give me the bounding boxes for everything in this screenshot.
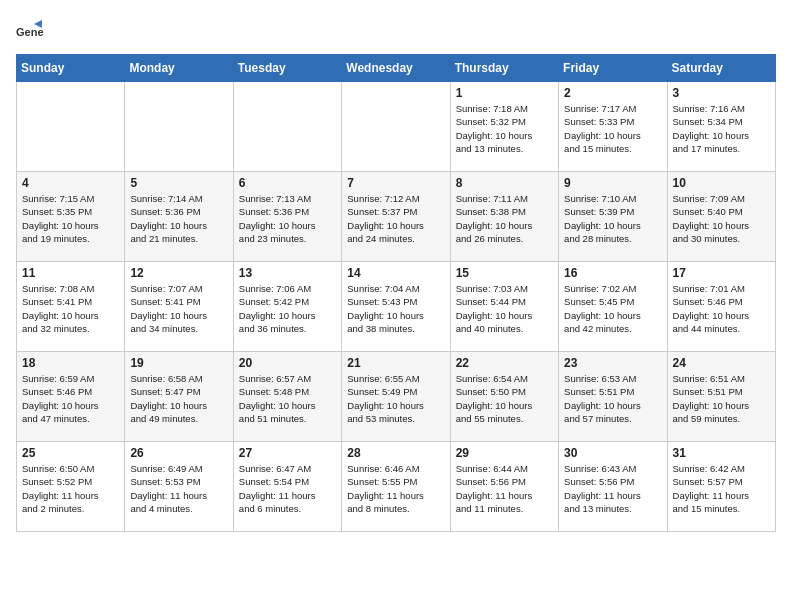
calendar-cell: 3Sunrise: 7:16 AM Sunset: 5:34 PM Daylig… [667,82,775,172]
day-number: 11 [22,266,119,280]
day-number: 29 [456,446,553,460]
header-day-thursday: Thursday [450,55,558,82]
calendar-cell: 30Sunrise: 6:43 AM Sunset: 5:56 PM Dayli… [559,442,667,532]
day-info: Sunrise: 6:59 AM Sunset: 5:46 PM Dayligh… [22,372,119,425]
day-number: 21 [347,356,444,370]
calendar-cell [233,82,341,172]
header-day-saturday: Saturday [667,55,775,82]
calendar-cell: 11Sunrise: 7:08 AM Sunset: 5:41 PM Dayli… [17,262,125,352]
calendar-cell: 26Sunrise: 6:49 AM Sunset: 5:53 PM Dayli… [125,442,233,532]
day-number: 9 [564,176,661,190]
day-number: 27 [239,446,336,460]
day-info: Sunrise: 7:06 AM Sunset: 5:42 PM Dayligh… [239,282,336,335]
day-info: Sunrise: 6:43 AM Sunset: 5:56 PM Dayligh… [564,462,661,515]
calendar-cell: 22Sunrise: 6:54 AM Sunset: 5:50 PM Dayli… [450,352,558,442]
calendar-cell: 6Sunrise: 7:13 AM Sunset: 5:36 PM Daylig… [233,172,341,262]
day-number: 18 [22,356,119,370]
day-info: Sunrise: 6:44 AM Sunset: 5:56 PM Dayligh… [456,462,553,515]
header-day-monday: Monday [125,55,233,82]
day-info: Sunrise: 6:47 AM Sunset: 5:54 PM Dayligh… [239,462,336,515]
day-number: 4 [22,176,119,190]
day-info: Sunrise: 6:58 AM Sunset: 5:47 PM Dayligh… [130,372,227,425]
day-info: Sunrise: 7:14 AM Sunset: 5:36 PM Dayligh… [130,192,227,245]
calendar-cell: 12Sunrise: 7:07 AM Sunset: 5:41 PM Dayli… [125,262,233,352]
header-day-sunday: Sunday [17,55,125,82]
calendar-cell: 17Sunrise: 7:01 AM Sunset: 5:46 PM Dayli… [667,262,775,352]
day-number: 17 [673,266,770,280]
day-info: Sunrise: 7:18 AM Sunset: 5:32 PM Dayligh… [456,102,553,155]
day-info: Sunrise: 7:13 AM Sunset: 5:36 PM Dayligh… [239,192,336,245]
calendar-cell: 18Sunrise: 6:59 AM Sunset: 5:46 PM Dayli… [17,352,125,442]
day-number: 7 [347,176,444,190]
day-number: 20 [239,356,336,370]
calendar-cell [17,82,125,172]
day-number: 13 [239,266,336,280]
calendar-week-row: 18Sunrise: 6:59 AM Sunset: 5:46 PM Dayli… [17,352,776,442]
day-number: 10 [673,176,770,190]
calendar-cell: 21Sunrise: 6:55 AM Sunset: 5:49 PM Dayli… [342,352,450,442]
day-number: 30 [564,446,661,460]
day-number: 6 [239,176,336,190]
calendar-cell: 5Sunrise: 7:14 AM Sunset: 5:36 PM Daylig… [125,172,233,262]
calendar-cell: 14Sunrise: 7:04 AM Sunset: 5:43 PM Dayli… [342,262,450,352]
svg-text:General: General [16,26,44,38]
day-number: 26 [130,446,227,460]
calendar-cell: 15Sunrise: 7:03 AM Sunset: 5:44 PM Dayli… [450,262,558,352]
calendar-cell: 28Sunrise: 6:46 AM Sunset: 5:55 PM Dayli… [342,442,450,532]
day-number: 2 [564,86,661,100]
day-info: Sunrise: 7:07 AM Sunset: 5:41 PM Dayligh… [130,282,227,335]
calendar-week-row: 1Sunrise: 7:18 AM Sunset: 5:32 PM Daylig… [17,82,776,172]
day-number: 5 [130,176,227,190]
logo: General [16,16,48,44]
calendar-cell: 4Sunrise: 7:15 AM Sunset: 5:35 PM Daylig… [17,172,125,262]
header-day-tuesday: Tuesday [233,55,341,82]
calendar-cell [342,82,450,172]
day-number: 24 [673,356,770,370]
day-number: 16 [564,266,661,280]
day-number: 19 [130,356,227,370]
calendar-cell: 27Sunrise: 6:47 AM Sunset: 5:54 PM Dayli… [233,442,341,532]
calendar-cell: 25Sunrise: 6:50 AM Sunset: 5:52 PM Dayli… [17,442,125,532]
calendar-cell: 2Sunrise: 7:17 AM Sunset: 5:33 PM Daylig… [559,82,667,172]
logo-icon: General [16,16,44,44]
day-info: Sunrise: 6:50 AM Sunset: 5:52 PM Dayligh… [22,462,119,515]
day-info: Sunrise: 7:02 AM Sunset: 5:45 PM Dayligh… [564,282,661,335]
day-number: 23 [564,356,661,370]
calendar-cell: 8Sunrise: 7:11 AM Sunset: 5:38 PM Daylig… [450,172,558,262]
day-info: Sunrise: 6:55 AM Sunset: 5:49 PM Dayligh… [347,372,444,425]
header-day-wednesday: Wednesday [342,55,450,82]
calendar-cell: 1Sunrise: 7:18 AM Sunset: 5:32 PM Daylig… [450,82,558,172]
calendar-cell: 10Sunrise: 7:09 AM Sunset: 5:40 PM Dayli… [667,172,775,262]
calendar-cell: 13Sunrise: 7:06 AM Sunset: 5:42 PM Dayli… [233,262,341,352]
calendar-cell: 7Sunrise: 7:12 AM Sunset: 5:37 PM Daylig… [342,172,450,262]
day-info: Sunrise: 7:16 AM Sunset: 5:34 PM Dayligh… [673,102,770,155]
day-info: Sunrise: 7:12 AM Sunset: 5:37 PM Dayligh… [347,192,444,245]
day-info: Sunrise: 7:15 AM Sunset: 5:35 PM Dayligh… [22,192,119,245]
day-number: 15 [456,266,553,280]
calendar-cell: 31Sunrise: 6:42 AM Sunset: 5:57 PM Dayli… [667,442,775,532]
day-info: Sunrise: 6:57 AM Sunset: 5:48 PM Dayligh… [239,372,336,425]
day-number: 14 [347,266,444,280]
calendar-week-row: 4Sunrise: 7:15 AM Sunset: 5:35 PM Daylig… [17,172,776,262]
day-info: Sunrise: 6:49 AM Sunset: 5:53 PM Dayligh… [130,462,227,515]
day-info: Sunrise: 7:09 AM Sunset: 5:40 PM Dayligh… [673,192,770,245]
day-number: 8 [456,176,553,190]
day-info: Sunrise: 7:11 AM Sunset: 5:38 PM Dayligh… [456,192,553,245]
day-info: Sunrise: 7:04 AM Sunset: 5:43 PM Dayligh… [347,282,444,335]
day-info: Sunrise: 6:54 AM Sunset: 5:50 PM Dayligh… [456,372,553,425]
calendar-cell: 16Sunrise: 7:02 AM Sunset: 5:45 PM Dayli… [559,262,667,352]
day-info: Sunrise: 6:53 AM Sunset: 5:51 PM Dayligh… [564,372,661,425]
page-header: General [16,16,776,44]
calendar-week-row: 25Sunrise: 6:50 AM Sunset: 5:52 PM Dayli… [17,442,776,532]
day-info: Sunrise: 7:01 AM Sunset: 5:46 PM Dayligh… [673,282,770,335]
day-info: Sunrise: 6:46 AM Sunset: 5:55 PM Dayligh… [347,462,444,515]
day-number: 1 [456,86,553,100]
day-number: 28 [347,446,444,460]
calendar-cell: 19Sunrise: 6:58 AM Sunset: 5:47 PM Dayli… [125,352,233,442]
calendar-cell: 23Sunrise: 6:53 AM Sunset: 5:51 PM Dayli… [559,352,667,442]
calendar-cell: 29Sunrise: 6:44 AM Sunset: 5:56 PM Dayli… [450,442,558,532]
calendar-header-row: SundayMondayTuesdayWednesdayThursdayFrid… [17,55,776,82]
calendar-cell: 20Sunrise: 6:57 AM Sunset: 5:48 PM Dayli… [233,352,341,442]
day-info: Sunrise: 7:10 AM Sunset: 5:39 PM Dayligh… [564,192,661,245]
calendar-week-row: 11Sunrise: 7:08 AM Sunset: 5:41 PM Dayli… [17,262,776,352]
